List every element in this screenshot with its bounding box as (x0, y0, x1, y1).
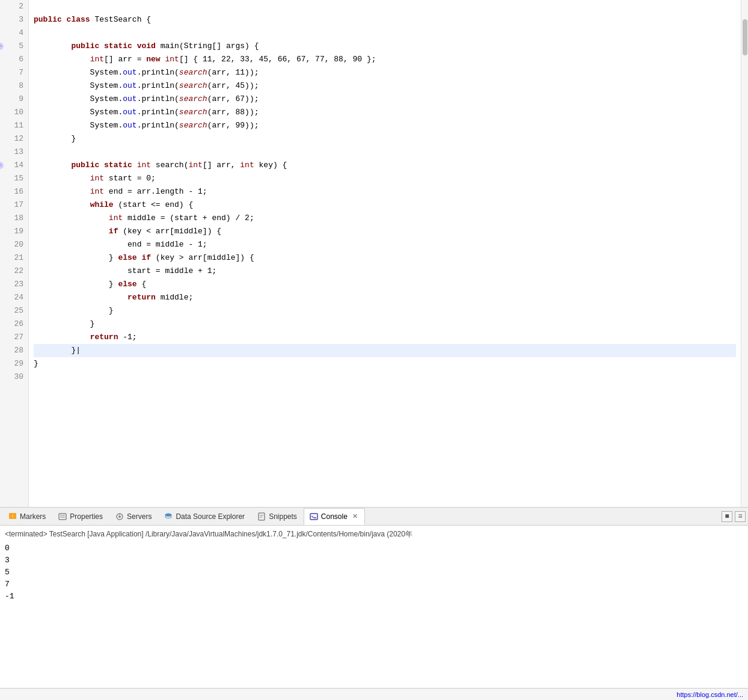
tab-icon-servers (115, 512, 124, 521)
tab-bar: !MarkersPropertiesServersData Source Exp… (0, 508, 748, 526)
collapse-icon[interactable]: − (0, 43, 4, 50)
line-number: 15 (5, 172, 23, 185)
code-line[interactable] (34, 146, 736, 159)
code-line[interactable]: while (start <= end) { (34, 198, 736, 212)
code-line[interactable]: System.out.println(search(arr, 88)); (34, 106, 736, 119)
code-line[interactable]: int end = arr.length - 1; (34, 185, 736, 198)
line-number: 19 (5, 225, 23, 238)
menu-button[interactable]: ≡ (735, 511, 746, 522)
scrollbar-thumb[interactable] (743, 19, 747, 55)
console-output-line: 5 (5, 566, 743, 579)
bottom-panel: !MarkersPropertiesServersData Source Exp… (0, 508, 748, 700)
tab-label-snippets: Snippets (269, 512, 297, 521)
tab-icon-datasource (164, 512, 173, 521)
code-line[interactable]: System.out.println(search(arr, 11)); (34, 66, 736, 79)
console-output: 0357-1 (5, 542, 743, 603)
tab-bar-actions: ■≡ (722, 511, 746, 522)
status-bar: https://blog.csdn.net/... (0, 688, 748, 700)
tab-icon-snippets (257, 512, 266, 521)
tab-close-console[interactable]: ✕ (351, 512, 360, 521)
tab-datasource[interactable]: Data Source Explorer (158, 508, 250, 525)
code-line[interactable]: end = middle - 1; (34, 238, 736, 251)
code-line[interactable]: if (key < arr[middle]) { (34, 225, 736, 238)
tab-properties[interactable]: Properties (52, 508, 108, 525)
code-line[interactable]: public static void main(String[] args) { (34, 40, 736, 53)
code-line[interactable]: return middle; (34, 291, 736, 304)
collapse-icon[interactable]: − (0, 162, 4, 169)
line-number: 9 (5, 93, 23, 106)
code-line[interactable]: System.out.println(search(arr, 67)); (34, 93, 736, 106)
code-line[interactable]: }| (34, 344, 736, 357)
scrollbar-track[interactable] (741, 0, 748, 507)
line-number: 21 (5, 251, 23, 265)
console-output-line: 3 (5, 554, 743, 566)
tab-snippets[interactable]: Snippets (251, 508, 302, 525)
console-content[interactable]: <terminated> TestSearch [Java Applicatio… (0, 526, 748, 688)
code-line[interactable]: } else { (34, 278, 736, 291)
line-number: 17 (5, 198, 23, 212)
code-line[interactable]: } (34, 318, 736, 331)
tab-markers[interactable]: !Markers (2, 508, 51, 525)
tab-console[interactable]: Console✕ (304, 508, 365, 525)
console-output-line: 7 (5, 579, 743, 591)
code-line[interactable]: public class TestSearch { (34, 13, 736, 26)
line-number: 7 (5, 66, 23, 79)
editor-area: 234−5678910111213−1415161718192021222324… (0, 0, 748, 508)
line-number: 8 (5, 79, 23, 93)
tab-label-servers: Servers (127, 512, 152, 521)
tab-icon-console (309, 512, 319, 521)
line-number: 11 (5, 119, 23, 132)
line-number: 25 (5, 304, 23, 318)
tab-label-console: Console (321, 512, 348, 521)
code-line[interactable] (34, 370, 736, 384)
line-number: 16 (5, 185, 23, 198)
line-number: 13 (5, 146, 23, 159)
code-line[interactable]: System.out.println(search(arr, 45)); (34, 79, 736, 93)
code-line[interactable]: } (34, 357, 736, 370)
line-number: 12 (5, 132, 23, 146)
tab-label-markers: Markers (20, 512, 46, 521)
code-line[interactable]: return -1; (34, 331, 736, 344)
code-line[interactable]: start = middle + 1; (34, 265, 736, 278)
line-number: 30 (5, 370, 23, 384)
code-line[interactable]: int middle = (start + end) / 2; (34, 212, 736, 225)
line-number: 28 (5, 344, 23, 357)
code-content[interactable]: public class TestSearch { public static … (29, 0, 741, 507)
svg-rect-2 (59, 514, 66, 520)
line-number: 10 (5, 106, 23, 119)
line-number: 20 (5, 238, 23, 251)
tab-servers[interactable]: Servers (109, 508, 157, 525)
line-number: −14 (5, 159, 23, 172)
line-number: 29 (5, 357, 23, 370)
tab-icon-markers: ! (8, 512, 17, 521)
line-number: 2 (5, 0, 23, 13)
code-line[interactable]: } (34, 132, 736, 146)
code-line[interactable]: } (34, 304, 736, 318)
tab-icon-properties (58, 512, 67, 521)
tab-label-properties: Properties (70, 512, 103, 521)
code-line[interactable]: public static int search(int[] arr, int … (34, 159, 736, 172)
svg-rect-11 (259, 513, 265, 520)
line-number: 6 (5, 53, 23, 66)
console-output-line: -1 (5, 591, 743, 603)
code-line[interactable]: int start = 0; (34, 172, 736, 185)
tab-label-datasource: Data Source Explorer (176, 512, 245, 521)
line-number: 26 (5, 318, 23, 331)
line-number: 18 (5, 212, 23, 225)
line-numbers: 234−5678910111213−1415161718192021222324… (0, 0, 29, 507)
code-line[interactable]: int[] arr = new int[] { 11, 22, 33, 45, … (34, 53, 736, 66)
console-terminated-text: <terminated> TestSearch [Java Applicatio… (5, 528, 743, 540)
code-line[interactable]: System.out.println(search(arr, 99)); (34, 119, 736, 132)
code-line[interactable] (34, 0, 736, 13)
code-line[interactable]: } else if (key > arr[middle]) { (34, 251, 736, 265)
stop-button[interactable]: ■ (722, 511, 732, 522)
line-number: 22 (5, 265, 23, 278)
svg-rect-14 (310, 514, 317, 520)
code-line[interactable] (34, 26, 736, 40)
line-number: 3 (5, 13, 23, 26)
svg-point-6 (118, 515, 121, 518)
line-number: 24 (5, 291, 23, 304)
svg-line-15 (311, 516, 314, 518)
svg-text:!: ! (12, 514, 13, 519)
line-number: 4 (5, 26, 23, 40)
